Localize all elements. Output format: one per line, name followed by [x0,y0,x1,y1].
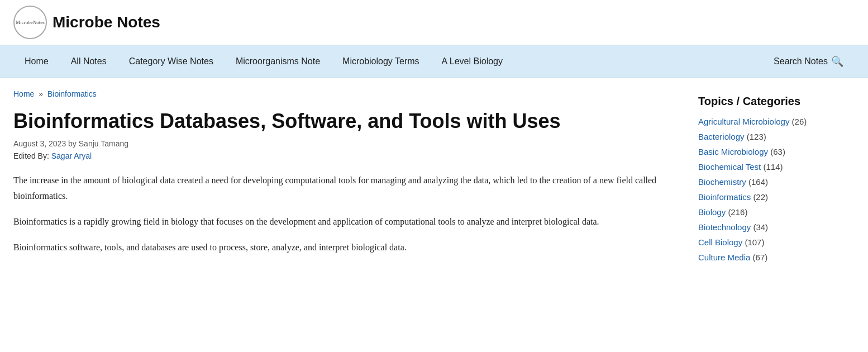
editor-link[interactable]: Sagar Aryal [51,151,92,160]
main-content: Home » Bioinformatics Bioinformatics Dat… [13,89,681,268]
article-body: The increase in the amount of biological… [13,173,681,255]
edited-by: Edited By: Sagar Aryal [13,151,681,160]
article-meta: August 3, 2023 by Sanju Tamang [13,139,681,148]
breadcrumb-home[interactable]: Home [13,89,34,98]
category-biotechnology[interactable]: Biotechnology [698,222,751,232]
category-agricultural-microbiology[interactable]: Agricultural Microbiology [698,117,789,126]
category-count: (114) [763,162,783,172]
list-item: Biochemical Test (114) [698,162,855,172]
category-count: (107) [745,237,764,247]
nav-a-level-biology[interactable]: A Level Biology [431,45,514,78]
list-item: Bioinformatics (22) [698,192,855,202]
breadcrumb-current[interactable]: Bioinformatics [47,89,97,98]
article-paragraph-2: Bioinformatics is a rapidly growing fiel… [13,214,681,230]
site-logo: Microbe Notes [13,6,47,39]
nav-category-wise-notes[interactable]: Category Wise Notes [118,45,225,78]
category-count: (164) [748,177,768,187]
category-count: (26) [792,117,807,126]
category-count: (63) [770,147,785,156]
category-bioinformatics[interactable]: Bioinformatics [698,192,751,202]
article-title: Bioinformatics Databases, Software, and … [13,108,681,134]
category-biology[interactable]: Biology [698,207,726,217]
nav-microbiology-terms[interactable]: Microbiology Terms [331,45,431,78]
category-count: (22) [753,192,768,202]
category-biochemistry[interactable]: Biochemistry [698,177,746,187]
content-wrapper: Home » Bioinformatics Bioinformatics Dat… [0,78,868,279]
article-author: Sanju Tamang [79,139,128,148]
category-count: (34) [753,222,768,232]
category-count: (67) [753,253,768,262]
sidebar: Topics / Categories Agricultural Microbi… [698,89,855,268]
list-item: Cell Biology (107) [698,237,855,247]
list-item: Culture Media (67) [698,253,855,262]
nav-search-notes[interactable]: Search Notes 🔍 [762,45,855,78]
category-bacteriology[interactable]: Bacteriology [698,132,745,141]
list-item: Agricultural Microbiology (26) [698,117,855,126]
list-item: Biology (216) [698,207,855,217]
category-count: (123) [747,132,766,141]
list-item: Basic Microbiology (63) [698,147,855,156]
search-icon: 🔍 [831,55,843,68]
main-nav: Home All Notes Category Wise Notes Micro… [0,45,868,78]
site-header: Microbe Notes Microbe Notes [0,0,868,45]
nav-all-notes[interactable]: All Notes [60,45,118,78]
nav-microorganisms-note[interactable]: Microorganisms Note [225,45,331,78]
breadcrumb: Home » Bioinformatics [13,89,681,98]
list-item: Biochemistry (164) [698,177,855,187]
category-basic-microbiology[interactable]: Basic Microbiology [698,147,768,156]
article-paragraph-1: The increase in the amount of biological… [13,173,681,204]
site-title: Microbe Notes [53,13,160,31]
list-item: Bacteriology (123) [698,132,855,141]
category-culture-media[interactable]: Culture Media [698,253,750,262]
article-date: August 3, 2023 [13,139,66,148]
sidebar-categories-list: Agricultural Microbiology (26) Bacteriol… [698,117,855,262]
sidebar-title: Topics / Categories [698,95,855,108]
breadcrumb-separator: » [39,89,43,98]
category-count: (216) [728,207,747,217]
category-cell-biology[interactable]: Cell Biology [698,237,742,247]
list-item: Biotechnology (34) [698,222,855,232]
category-biochemical-test[interactable]: Biochemical Test [698,162,761,172]
article-paragraph-3: Bioinformatics software, tools, and data… [13,240,681,255]
nav-home[interactable]: Home [13,45,60,78]
logo-wrap[interactable]: Microbe Notes Microbe Notes [13,6,160,39]
